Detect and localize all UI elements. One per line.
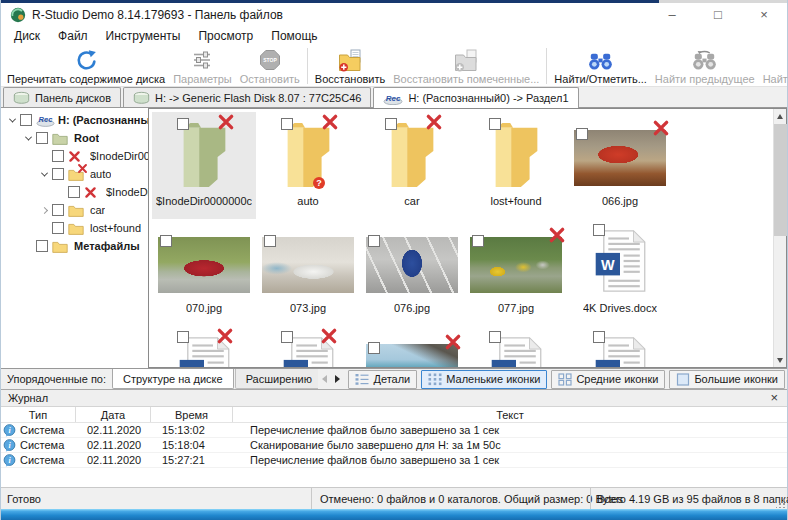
file-item[interactable]: 073.jpg <box>256 219 360 326</box>
file-item[interactable]: WData iMac.docx <box>152 326 256 367</box>
toolbar-separator <box>307 48 308 84</box>
checkbox[interactable] <box>52 150 64 162</box>
deleted-cross-icon <box>216 327 234 345</box>
tree-item-car[interactable]: car <box>1 201 148 219</box>
file-item[interactable]: 070.jpg <box>152 219 256 326</box>
checkbox[interactable] <box>36 240 48 252</box>
app-window: R-Studio Demo 8.14.179693 - Панель файло… <box>0 0 788 520</box>
file-item[interactable]: 066.jpg <box>568 112 672 219</box>
checkbox[interactable] <box>68 186 80 198</box>
tree-item-auto[interactable]: auto <box>1 165 148 183</box>
tab-drives-panel[interactable]: Панель дисков <box>3 87 121 107</box>
document-tabs: Панель дисковH: -> Generic Flash Disk 8.… <box>1 87 787 108</box>
tabs-scroll-left-button[interactable] <box>318 372 331 387</box>
log-cell-date: 02.11.2020 <box>76 424 151 436</box>
sort-tab-extension[interactable]: Расширению <box>235 369 319 389</box>
menu-file[interactable]: Файл <box>49 27 97 45</box>
checkbox[interactable] <box>489 331 501 343</box>
chevron-down-icon[interactable] <box>37 172 51 177</box>
view-button-large-icons[interactable]: Большие иконки <box>669 370 785 389</box>
scroll-down-button[interactable] <box>774 353 787 367</box>
log-close-button[interactable]: × <box>768 391 780 405</box>
file-item[interactable]: 076.jpg <box>360 219 464 326</box>
file-item[interactable]: W <box>568 326 672 367</box>
toolbar-button-find-next[interactable]: Найти следующее <box>759 47 788 86</box>
checkbox[interactable] <box>385 118 397 130</box>
checkbox[interactable] <box>593 331 605 343</box>
log-column-header: Дата <box>76 407 151 422</box>
view-button-details[interactable]: Детали <box>348 370 417 389</box>
tree-item-lost-found[interactable]: lost+found <box>1 219 148 237</box>
toolbar-button-recover[interactable]: Восстановить <box>311 47 389 86</box>
file-item[interactable] <box>360 326 464 367</box>
toolbar-button-find-mark[interactable]: Найти/Отметить... <box>550 47 650 86</box>
view-button-medium-icons[interactable]: Средние иконки <box>551 370 665 389</box>
scroll-up-button[interactable] <box>774 109 787 123</box>
vertical-scrollbar[interactable] <box>773 109 786 367</box>
toolbar-button-recover-marked[interactable]: Восстановить помеченные... <box>389 47 543 86</box>
status-total-text: Всего 4.19 GB из 95 файлов в 8 папках <box>597 493 788 505</box>
checkbox[interactable] <box>177 118 189 130</box>
tree-item-inodedir-2[interactable]: $InodeDir0000000c <box>1 183 148 201</box>
checkbox[interactable] <box>472 235 484 247</box>
tree-item-metafiles[interactable]: Метафайлы <box>1 237 148 255</box>
tree-item-drive-h[interactable]: RecH: (Распознанный0) <box>1 111 148 129</box>
checkbox[interactable] <box>281 331 293 343</box>
log-row[interactable]: iСистема02.11.202015:18:04Сканирование б… <box>1 438 787 453</box>
checkbox[interactable] <box>368 235 380 247</box>
tabs-scroll-right-button[interactable] <box>331 372 344 387</box>
chevron-down-icon[interactable] <box>5 118 19 123</box>
file-item[interactable]: lost+found <box>464 112 568 219</box>
file-item[interactable]: W <box>464 326 568 367</box>
medium-icons-icon <box>558 373 572 386</box>
menu-view[interactable]: Просмотр <box>189 27 262 45</box>
tree-item-inodedir-1[interactable]: $InodeDir0000000c <box>1 147 148 165</box>
tab-recognized[interactable]: RecH: (Распознанный0) -> Раздел1 <box>373 87 578 108</box>
checkbox[interactable] <box>52 168 64 180</box>
minimize-button[interactable]: – <box>649 4 695 26</box>
toolbar-button-find-prev[interactable]: Найти предыдущее <box>651 47 759 86</box>
checkbox[interactable] <box>52 222 64 234</box>
file-item[interactable]: WMac OS Update.do... <box>256 326 360 367</box>
checkbox[interactable] <box>177 331 189 343</box>
file-item[interactable]: W4K Drives.docx <box>568 219 672 326</box>
menu-tools[interactable]: Инструменты <box>97 27 190 45</box>
resize-grip[interactable] <box>776 498 786 508</box>
log-cell-date: 02.11.2020 <box>76 439 151 451</box>
checkbox[interactable] <box>281 118 293 130</box>
menu-disk[interactable]: Диск <box>5 27 49 45</box>
tree-item-root[interactable]: Root <box>1 129 148 147</box>
background-window-edge <box>1 0 787 3</box>
checkbox[interactable] <box>36 132 48 144</box>
checkbox[interactable] <box>264 235 276 247</box>
close-button[interactable]: × <box>741 4 787 26</box>
maximize-button[interactable]: □ <box>695 4 741 26</box>
toolbar-button-parameters[interactable]: Параметры <box>169 47 236 86</box>
file-item[interactable]: 077.jpg <box>464 219 568 326</box>
sort-tab-structure[interactable]: Структуре на диске <box>112 369 234 389</box>
scrollbar-thumb[interactable] <box>774 124 787 236</box>
chevron-down-icon[interactable] <box>21 136 35 141</box>
checkbox[interactable] <box>368 342 380 354</box>
toolbar-button-reread[interactable]: Перечитать содержимое диска <box>3 47 169 86</box>
file-item[interactable]: car <box>360 112 464 219</box>
folder-deleted-icon <box>68 167 87 182</box>
file-item[interactable]: ?auto <box>256 112 360 219</box>
view-button-small-icons[interactable]: Маленькие иконки <box>421 370 547 389</box>
checkbox[interactable] <box>593 224 605 236</box>
checkbox[interactable] <box>20 114 32 126</box>
checkbox[interactable] <box>52 204 64 216</box>
checkbox[interactable] <box>489 118 501 130</box>
log-row[interactable]: iСистема02.11.202015:13:02Перечисление ф… <box>1 423 787 438</box>
file-item[interactable]: $InodeDir0000000c <box>152 112 256 219</box>
chevron-right-icon[interactable] <box>37 208 51 213</box>
tab-flash-disk[interactable]: H: -> Generic Flash Disk 8.07 : 77C25C46 <box>123 87 371 107</box>
deleted-cross-icon <box>321 113 339 131</box>
checkbox[interactable] <box>576 128 588 140</box>
toolbar-button-label: Найти/Отметить... <box>554 73 646 85</box>
log-row[interactable]: iСистема02.11.202015:27:21Перечисление ф… <box>1 453 787 468</box>
folder-green-icon <box>52 131 71 146</box>
menu-help[interactable]: Помощь <box>262 27 326 45</box>
toolbar-button-stop[interactable]: STOPОстановить <box>236 47 304 86</box>
checkbox[interactable] <box>160 235 172 247</box>
